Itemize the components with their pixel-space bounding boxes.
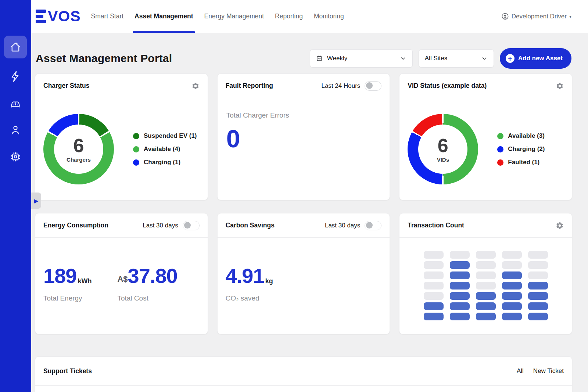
sidebar-item-ev-charging[interactable] <box>4 92 27 115</box>
card-title: Carbon Savings <box>226 222 275 229</box>
chevron-down-icon <box>400 55 406 62</box>
period-select-value: Weekly <box>327 55 347 62</box>
transaction-pill <box>424 292 444 300</box>
nav-reporting[interactable]: Reporting <box>275 0 303 33</box>
last-30-days-toggle[interactable] <box>183 221 200 230</box>
caret-down-icon: ▾ <box>569 14 571 19</box>
legend-item: Suspended EV (1) <box>133 132 197 140</box>
site-select-value: All Sites <box>425 55 447 62</box>
metric-label: Total Charger Errors <box>226 111 381 119</box>
sidebar-expand-button[interactable]: ▶ <box>31 193 41 209</box>
carbon-savings-card: Carbon Savings Last 30 days 4.91kg CO₂ s… <box>217 213 390 334</box>
transaction-pill <box>476 271 496 279</box>
last-24-hours-toggle[interactable] <box>365 81 381 91</box>
settings-icon[interactable] <box>556 222 564 230</box>
support-tickets-card: Support Tickets All New Ticket <box>35 356 572 392</box>
transaction-pill <box>450 302 470 310</box>
card-title: Transaction Count <box>408 222 464 229</box>
chart-legend: Available (3) Charging (2) Faulted (1) <box>497 132 545 166</box>
settings-icon[interactable] <box>191 82 200 90</box>
user-icon <box>9 124 22 136</box>
legend-item: Charging (1) <box>133 159 197 166</box>
nav-asset-management[interactable]: Asset Management <box>135 0 193 33</box>
transaction-pill <box>424 313 444 320</box>
transaction-pill <box>476 302 496 310</box>
card-title: Support Tickets <box>43 367 92 375</box>
page-controls: Weekly All Sites + Add new Asset <box>310 48 571 69</box>
transaction-pill <box>450 292 470 300</box>
chip-icon <box>9 151 22 163</box>
add-new-asset-label: Add new Asset <box>518 55 563 62</box>
chevron-down-icon <box>481 55 488 62</box>
evos-logo-e-icon <box>36 10 46 23</box>
transaction-pill <box>450 282 470 289</box>
sidebar <box>0 0 31 392</box>
transaction-pill <box>528 282 548 289</box>
add-new-asset-button[interactable]: + Add new Asset <box>500 48 571 69</box>
sidebar-item-devices[interactable] <box>4 145 27 168</box>
total-energy-metric: 189kWh Total Energy <box>43 266 92 302</box>
nav-monitoring[interactable]: Monitoring <box>314 0 344 33</box>
toggle-label: Last 30 days <box>143 222 178 229</box>
transaction-pill <box>450 261 470 269</box>
site-select[interactable]: All Sites <box>419 49 494 68</box>
metric-value: 37.80 <box>128 266 178 286</box>
new-ticket-link[interactable]: New Ticket <box>533 367 564 375</box>
transaction-pill <box>528 313 548 320</box>
app-root: ▶ VOS Smart Start Asset Management Energ… <box>0 0 588 392</box>
legend-label: Charging (2) <box>508 145 545 153</box>
legend-item: Available (4) <box>133 145 197 153</box>
legend-label: Suspended EV (1) <box>144 132 197 140</box>
transaction-pill <box>528 302 548 310</box>
transaction-pill <box>476 251 496 259</box>
metric-unit: kWh <box>78 278 92 286</box>
calendar-icon <box>316 55 323 62</box>
donut-center-label: VIDs <box>437 157 449 163</box>
sidebar-item-home[interactable] <box>4 36 27 58</box>
transaction-count-card: Transaction Count <box>399 213 572 334</box>
donut-center-label: Chargers <box>67 157 91 163</box>
home-icon <box>9 41 22 53</box>
metric-value: 0 <box>226 126 381 151</box>
account-icon <box>501 12 509 20</box>
account-menu[interactable]: Development Driver ▾ <box>501 12 571 20</box>
transaction-pill <box>476 261 496 269</box>
transaction-count-chart <box>399 251 572 320</box>
nav-energy-management[interactable]: Energy Management <box>204 0 264 33</box>
transaction-pill <box>450 313 470 320</box>
legend-item: Available (3) <box>497 132 545 140</box>
metric-unit: kg <box>265 278 273 286</box>
transaction-pill <box>476 292 496 300</box>
transaction-pill <box>424 271 444 279</box>
metric-value: 189 <box>43 266 76 286</box>
legend-dot <box>133 159 139 166</box>
metric-prefix: A$ <box>117 275 128 286</box>
toggle-label: Last 30 days <box>325 222 360 229</box>
legend-label: Available (3) <box>508 132 545 140</box>
donut-center-value: 6 <box>74 136 84 155</box>
dashboard-grid: Charger Status 6 Chargers Suspended EV (… <box>35 73 572 334</box>
settings-icon[interactable] <box>556 82 564 90</box>
metric-label: Total Energy <box>43 294 92 302</box>
transaction-pill <box>528 251 548 259</box>
transaction-pill <box>424 251 444 259</box>
metric-value: 4.91 <box>226 266 264 286</box>
nav-smart-start[interactable]: Smart Start <box>91 0 124 33</box>
transaction-pill <box>476 282 496 289</box>
evos-logo[interactable]: VOS <box>36 9 81 24</box>
sidebar-item-users[interactable] <box>4 119 27 141</box>
support-all-link[interactable]: All <box>517 367 524 375</box>
top-navigation: VOS Smart Start Asset Management Energy … <box>31 0 588 33</box>
vid-status-donut-chart: 6 VIDs <box>408 114 478 184</box>
primary-nav: Smart Start Asset Management Energy Mana… <box>91 0 344 33</box>
evos-logo-text: VOS <box>48 9 81 24</box>
transaction-pill <box>502 282 522 289</box>
transaction-pill <box>424 261 444 269</box>
sidebar-item-energy[interactable] <box>4 65 27 88</box>
card-title: Fault Reporting <box>226 82 273 90</box>
plus-icon: + <box>506 54 514 63</box>
page-content: Asset Management Portal Weekly All Sites… <box>31 33 588 392</box>
period-select[interactable]: Weekly <box>310 49 413 68</box>
card-title: Energy Consumption <box>43 222 108 229</box>
last-30-days-toggle[interactable] <box>365 221 381 230</box>
